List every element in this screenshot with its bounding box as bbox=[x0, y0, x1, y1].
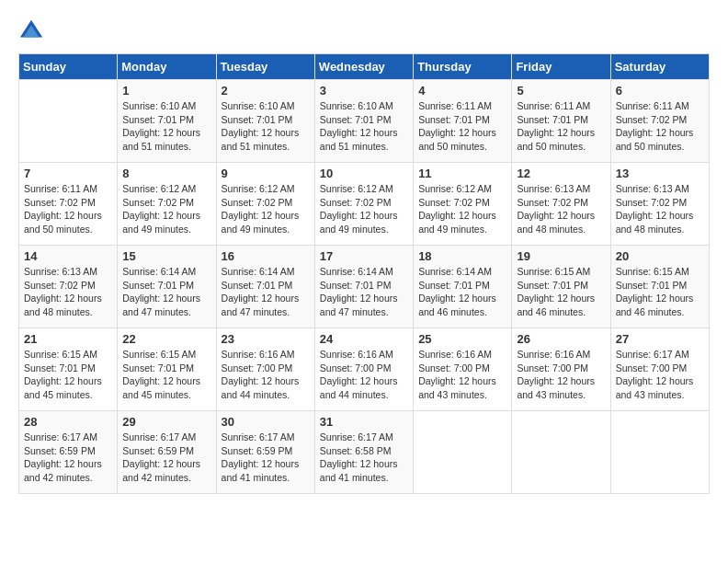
day-info: Sunrise: 6:14 AMSunset: 7:01 PMDaylight:… bbox=[122, 265, 210, 319]
logo-icon bbox=[18, 18, 44, 44]
day-number: 1 bbox=[122, 84, 210, 98]
day-info: Sunrise: 6:13 AMSunset: 7:02 PMDaylight:… bbox=[517, 182, 605, 236]
day-number: 4 bbox=[418, 84, 506, 98]
day-info: Sunrise: 6:12 AMSunset: 7:02 PMDaylight:… bbox=[222, 182, 310, 236]
day-info: Sunrise: 6:16 AMSunset: 7:00 PMDaylight:… bbox=[517, 348, 605, 402]
day-info: Sunrise: 6:13 AMSunset: 7:02 PMDaylight:… bbox=[616, 182, 704, 236]
calendar-cell: 30Sunrise: 6:17 AMSunset: 6:59 PMDayligh… bbox=[216, 411, 314, 494]
calendar-cell: 4Sunrise: 6:11 AMSunset: 7:01 PMDaylight… bbox=[414, 80, 512, 163]
day-info: Sunrise: 6:16 AMSunset: 7:00 PMDaylight:… bbox=[418, 348, 506, 402]
day-info: Sunrise: 6:14 AMSunset: 7:01 PMDaylight:… bbox=[418, 265, 506, 319]
day-number: 6 bbox=[616, 84, 704, 98]
calendar-cell: 24Sunrise: 6:16 AMSunset: 7:00 PMDayligh… bbox=[314, 328, 413, 411]
day-number: 26 bbox=[517, 332, 605, 346]
day-info: Sunrise: 6:12 AMSunset: 7:02 PMDaylight:… bbox=[418, 182, 506, 236]
calendar-cell: 5Sunrise: 6:11 AMSunset: 7:01 PMDaylight… bbox=[512, 80, 610, 163]
calendar-cell: 2Sunrise: 6:10 AMSunset: 7:01 PMDaylight… bbox=[216, 80, 314, 163]
day-number: 3 bbox=[320, 84, 408, 98]
calendar-cell: 13Sunrise: 6:13 AMSunset: 7:02 PMDayligh… bbox=[610, 163, 709, 246]
day-number: 14 bbox=[24, 249, 112, 263]
day-header: Wednesday bbox=[314, 54, 413, 80]
day-number: 25 bbox=[418, 332, 506, 346]
day-header: Tuesday bbox=[216, 54, 314, 80]
calendar-week-row: 1Sunrise: 6:10 AMSunset: 7:01 PMDaylight… bbox=[19, 80, 710, 163]
logo bbox=[18, 18, 48, 44]
day-info: Sunrise: 6:11 AMSunset: 7:02 PMDaylight:… bbox=[616, 99, 704, 154]
day-info: Sunrise: 6:13 AMSunset: 7:02 PMDaylight:… bbox=[24, 265, 112, 319]
day-header: Friday bbox=[512, 54, 610, 80]
day-info: Sunrise: 6:16 AMSunset: 7:00 PMDaylight:… bbox=[320, 348, 408, 402]
day-number: 11 bbox=[418, 167, 506, 180]
day-number: 17 bbox=[320, 249, 408, 263]
day-number: 13 bbox=[616, 167, 704, 180]
calendar-table: SundayMondayTuesdayWednesdayThursdayFrid… bbox=[18, 53, 710, 494]
header-row: SundayMondayTuesdayWednesdayThursdayFrid… bbox=[19, 54, 710, 80]
calendar-cell: 27Sunrise: 6:17 AMSunset: 7:00 PMDayligh… bbox=[610, 328, 709, 411]
day-number: 19 bbox=[517, 249, 605, 263]
day-info: Sunrise: 6:12 AMSunset: 7:02 PMDaylight:… bbox=[320, 182, 408, 236]
day-info: Sunrise: 6:17 AMSunset: 6:59 PMDaylight:… bbox=[122, 431, 210, 485]
day-number: 22 bbox=[122, 332, 210, 346]
day-info: Sunrise: 6:10 AMSunset: 7:01 PMDaylight:… bbox=[320, 99, 408, 154]
calendar-cell: 15Sunrise: 6:14 AMSunset: 7:01 PMDayligh… bbox=[118, 246, 216, 328]
calendar-cell: 14Sunrise: 6:13 AMSunset: 7:02 PMDayligh… bbox=[19, 246, 118, 328]
day-number: 28 bbox=[24, 415, 112, 429]
day-number: 30 bbox=[222, 415, 310, 429]
calendar-cell: 22Sunrise: 6:15 AMSunset: 7:01 PMDayligh… bbox=[118, 328, 216, 411]
day-info: Sunrise: 6:15 AMSunset: 7:01 PMDaylight:… bbox=[517, 265, 605, 319]
day-number: 16 bbox=[222, 249, 310, 263]
calendar-cell: 10Sunrise: 6:12 AMSunset: 7:02 PMDayligh… bbox=[314, 163, 413, 246]
day-number: 20 bbox=[616, 249, 704, 263]
day-info: Sunrise: 6:17 AMSunset: 7:00 PMDaylight:… bbox=[616, 348, 704, 402]
day-number: 23 bbox=[222, 332, 310, 346]
day-number: 29 bbox=[122, 415, 210, 429]
day-header: Monday bbox=[118, 54, 216, 80]
calendar-cell: 20Sunrise: 6:15 AMSunset: 7:01 PMDayligh… bbox=[610, 246, 709, 328]
calendar-cell: 25Sunrise: 6:16 AMSunset: 7:00 PMDayligh… bbox=[414, 328, 512, 411]
calendar-cell: 16Sunrise: 6:14 AMSunset: 7:01 PMDayligh… bbox=[216, 246, 314, 328]
calendar-cell: 7Sunrise: 6:11 AMSunset: 7:02 PMDaylight… bbox=[19, 163, 118, 246]
day-number: 18 bbox=[418, 249, 506, 263]
day-number: 2 bbox=[222, 84, 310, 98]
calendar-cell: 3Sunrise: 6:10 AMSunset: 7:01 PMDaylight… bbox=[314, 80, 413, 163]
calendar-cell: 9Sunrise: 6:12 AMSunset: 7:02 PMDaylight… bbox=[216, 163, 314, 246]
day-number: 27 bbox=[616, 332, 704, 346]
calendar-week-row: 28Sunrise: 6:17 AMSunset: 6:59 PMDayligh… bbox=[19, 411, 710, 494]
calendar-cell bbox=[512, 411, 610, 494]
calendar-cell: 12Sunrise: 6:13 AMSunset: 7:02 PMDayligh… bbox=[512, 163, 610, 246]
day-info: Sunrise: 6:17 AMSunset: 6:58 PMDaylight:… bbox=[320, 431, 408, 485]
day-number: 31 bbox=[320, 415, 408, 429]
calendar-cell: 1Sunrise: 6:10 AMSunset: 7:01 PMDaylight… bbox=[118, 80, 216, 163]
day-number: 7 bbox=[24, 167, 112, 180]
day-number: 12 bbox=[517, 167, 605, 180]
calendar-cell: 21Sunrise: 6:15 AMSunset: 7:01 PMDayligh… bbox=[19, 328, 118, 411]
day-number: 10 bbox=[320, 167, 408, 180]
day-info: Sunrise: 6:14 AMSunset: 7:01 PMDaylight:… bbox=[222, 265, 310, 319]
calendar-cell: 19Sunrise: 6:15 AMSunset: 7:01 PMDayligh… bbox=[512, 246, 610, 328]
day-number: 24 bbox=[320, 332, 408, 346]
calendar-cell: 11Sunrise: 6:12 AMSunset: 7:02 PMDayligh… bbox=[414, 163, 512, 246]
day-header: Saturday bbox=[610, 54, 709, 80]
calendar-cell: 26Sunrise: 6:16 AMSunset: 7:00 PMDayligh… bbox=[512, 328, 610, 411]
day-info: Sunrise: 6:11 AMSunset: 7:02 PMDaylight:… bbox=[24, 182, 112, 236]
day-info: Sunrise: 6:11 AMSunset: 7:01 PMDaylight:… bbox=[517, 99, 605, 154]
day-info: Sunrise: 6:15 AMSunset: 7:01 PMDaylight:… bbox=[24, 348, 112, 402]
day-header: Sunday bbox=[19, 54, 118, 80]
day-info: Sunrise: 6:11 AMSunset: 7:01 PMDaylight:… bbox=[418, 99, 506, 154]
calendar-week-row: 21Sunrise: 6:15 AMSunset: 7:01 PMDayligh… bbox=[19, 328, 710, 411]
day-info: Sunrise: 6:15 AMSunset: 7:01 PMDaylight:… bbox=[616, 265, 704, 319]
day-number: 15 bbox=[122, 249, 210, 263]
day-number: 8 bbox=[122, 167, 210, 180]
calendar-cell: 17Sunrise: 6:14 AMSunset: 7:01 PMDayligh… bbox=[314, 246, 413, 328]
calendar-cell: 29Sunrise: 6:17 AMSunset: 6:59 PMDayligh… bbox=[118, 411, 216, 494]
calendar-cell bbox=[414, 411, 512, 494]
calendar-cell bbox=[19, 80, 118, 163]
day-info: Sunrise: 6:10 AMSunset: 7:01 PMDaylight:… bbox=[122, 99, 210, 154]
calendar-week-row: 14Sunrise: 6:13 AMSunset: 7:02 PMDayligh… bbox=[19, 246, 710, 328]
calendar-cell: 6Sunrise: 6:11 AMSunset: 7:02 PMDaylight… bbox=[610, 80, 709, 163]
calendar-cell: 18Sunrise: 6:14 AMSunset: 7:01 PMDayligh… bbox=[414, 246, 512, 328]
day-number: 21 bbox=[24, 332, 112, 346]
day-number: 9 bbox=[222, 167, 310, 180]
calendar-cell: 23Sunrise: 6:16 AMSunset: 7:00 PMDayligh… bbox=[216, 328, 314, 411]
calendar-cell: 8Sunrise: 6:12 AMSunset: 7:02 PMDaylight… bbox=[118, 163, 216, 246]
